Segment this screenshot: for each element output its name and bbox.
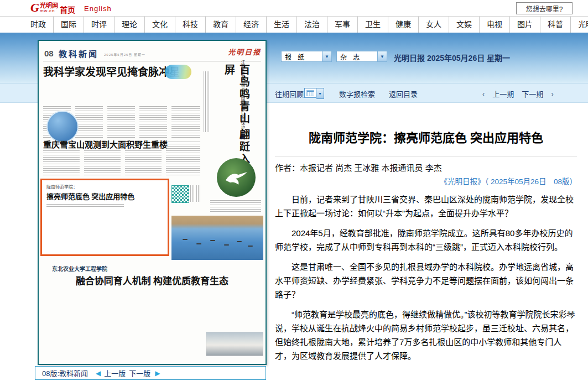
nav-item-shizheng[interactable]: 时政: [23, 17, 54, 33]
prev-issue-link[interactable]: 上一期: [492, 88, 514, 99]
calendar-grid: [306, 90, 314, 96]
gmw-logo-domain: mw.cn: [40, 9, 58, 13]
newspaper-page-thumbnail[interactable]: 08 教科新闻 2025年5月26日 星期一 光明日报 我科学家发现罕见掩食脉冲…: [38, 40, 267, 365]
next-page-link[interactable]: 下一版: [129, 368, 150, 378]
body-text-column: [75, 106, 103, 138]
magazine-select-value: 杂 志: [337, 52, 377, 61]
back-to-contents-link[interactable]: 返回目录: [389, 88, 418, 99]
prev-issue-arrow-icon[interactable]: ‹: [482, 90, 485, 98]
qr-caption: [196, 185, 201, 202]
body-text-column: [125, 150, 162, 176]
article-content: 陇南师范学院：擦亮师范底色 突出应用特色 作者：本报记者 尚杰 王冰雅 本报通讯…: [275, 131, 577, 369]
title-divider: [275, 156, 577, 156]
qr-code: [171, 185, 189, 203]
gmw-logo-g: G: [30, 1, 39, 14]
next-issue-link[interactable]: 下一期: [522, 88, 543, 99]
nav-item-junshi[interactable]: 军事: [327, 17, 358, 33]
body-text-column: [43, 150, 80, 176]
main-nav: 时政 国际 时评 理论 文化 科技 教育 经济 生活 法治 军事 卫生 健康 女…: [0, 16, 588, 33]
highlight-headline: 擦亮师范底色 突出应用特色: [46, 191, 134, 201]
photo-caption: [210, 200, 261, 212]
paper-select-value: 报 纸: [282, 52, 322, 61]
nav-item-guoji[interactable]: 国际: [54, 17, 84, 33]
nav-item-dianshi[interactable]: 电视: [480, 17, 510, 33]
nav-item-jingji[interactable]: 经济: [236, 17, 267, 33]
highlighted-article-region[interactable]: 陇南师范学院： 擦亮师范底色 突出应用特色: [40, 179, 169, 256]
masthead-logo: 光明日报: [228, 46, 261, 57]
article-author: 作者：本报记者 尚杰 王冰雅 本报通讯员 李杰: [275, 161, 577, 173]
destination-search-input[interactable]: [516, 2, 573, 14]
nav-item-nvren[interactable]: 女人: [419, 17, 449, 33]
qr-caption: [190, 185, 195, 202]
nav-item-shiping[interactable]: 时评: [84, 17, 115, 33]
highlight-byline: [46, 204, 124, 207]
chevron-down-icon: ▼: [377, 51, 387, 61]
nav-item-weisheng[interactable]: 卫生: [358, 17, 388, 33]
next-page-arrow-icon[interactable]: ▶: [155, 369, 160, 377]
body-text-column: [139, 106, 167, 138]
nav-item-fazhi[interactable]: 法治: [297, 17, 327, 33]
body-text-column: [166, 142, 200, 176]
top-header: G 光明网 mw.cn 首页 English: [0, 0, 588, 16]
highlight-kicker: 陇南师范学院：: [46, 184, 77, 190]
page-pager: 08版:教科新闻 ◀ 上一版 下一版 ▶: [35, 366, 266, 380]
article-body: 日前，记者来到了甘陕川三省交界、秦巴山区深处的陇南师范学院，发现全校上下正掀起一…: [275, 192, 577, 363]
chevron-down-icon: ▼: [322, 51, 331, 61]
body-text-column: [171, 106, 200, 138]
nav-item-tupian[interactable]: 图片: [510, 17, 540, 33]
nav-item-keji[interactable]: 科技: [175, 17, 206, 33]
birds-over-water-photo: [171, 216, 263, 260]
bird-photo: [217, 158, 256, 197]
nav-item-shenghuo[interactable]: 生活: [267, 17, 297, 33]
gmw-logo[interactable]: G 光明网 mw.cn: [30, 1, 58, 14]
article-paragraph: 日前，记者来到了甘陕川三省交界、秦巴山区深处的陇南师范学院，发现全校上下正掀起一…: [275, 192, 577, 220]
magazine-select[interactable]: 杂 志 ▼: [336, 51, 387, 62]
bird-story-byline: [204, 71, 209, 132]
column-badge-graphic: [165, 65, 191, 79]
issue-pager: ‹ 上一期 下一期 ›: [482, 88, 554, 99]
prev-page-link[interactable]: 上一版: [104, 368, 126, 378]
article-paragraph: “师范教育是学校最亮的底色，得继续做精做优。”该校初等教育学院院长宋彩琴说，学校…: [275, 307, 577, 363]
english-link[interactable]: English: [84, 4, 112, 13]
past-issues-link[interactable]: 往期回顾: [275, 88, 304, 99]
past-issues-date-picker[interactable]: ▼: [304, 88, 324, 99]
bottom-story-headline[interactable]: 融合协同育人机制 构建优质教育生态: [43, 273, 261, 287]
nav-item-wenhua[interactable]: 文化: [145, 17, 175, 33]
headline-pulsar[interactable]: 我科学家发现罕见掩食脉冲星: [43, 66, 170, 79]
section-name: 教科新闻: [59, 48, 98, 59]
body-text-column: [84, 150, 121, 176]
article-paragraph: 2024年5月，经教育部批准，陇南师范学院成立。这所具有80多年办校历史的师范学…: [275, 226, 577, 254]
article-paragraph: 这是甘肃唯一、全国不多见的扎根县域办学的本科院校。办学地远离省城，高水平师资短缺…: [275, 260, 577, 301]
digital-search-link[interactable]: 数字报检索: [339, 88, 375, 99]
page-meta: 2025年5月26日 星期一: [104, 52, 145, 57]
paper-select[interactable]: 报 纸 ▼: [281, 51, 332, 62]
next-issue-arrow-icon[interactable]: ›: [551, 90, 554, 98]
header-rule: [43, 61, 261, 61]
calendar-icon[interactable]: [304, 88, 316, 98]
gmw-logo-text: 光明网 mw.cn: [40, 3, 58, 13]
nav-item-baoxi[interactable]: 光明报系: [571, 17, 588, 33]
body-text-column: [107, 106, 135, 138]
home-link[interactable]: 首页: [60, 4, 75, 15]
page-number: 08: [44, 49, 54, 58]
prev-page-arrow-icon[interactable]: ◀: [96, 369, 101, 377]
calendar-dropdown-arrow-icon[interactable]: ▼: [316, 88, 324, 99]
nav-item-lilun[interactable]: 理论: [115, 17, 145, 33]
bottom-story-kicker: 东北农业大学工程学院: [52, 264, 107, 273]
gmw-logo-name: 光明网: [40, 3, 58, 9]
nav-item-wenyu[interactable]: 文娱: [449, 17, 480, 33]
nav-item-kepu[interactable]: 科普: [540, 17, 571, 33]
nav-item-jiankang[interactable]: 健康: [388, 17, 419, 33]
issue-date-label: 光明日报 2025年05月26日 星期一: [394, 52, 510, 63]
gmw-epaper-page: G 光明网 mw.cn 首页 English 时政 国际 时评 理论 文化 科技…: [0, 0, 588, 381]
article-source[interactable]: 《光明日报》（ 2025年05月26日 08版）: [275, 175, 577, 186]
page-label: 08版:教科新闻: [42, 368, 88, 378]
campus-building-photo: [206, 332, 263, 356]
nav-item-jiaoyu[interactable]: 教育: [206, 17, 236, 33]
article-title: 陇南师范学院：擦亮师范底色 突出应用特色: [275, 131, 577, 146]
